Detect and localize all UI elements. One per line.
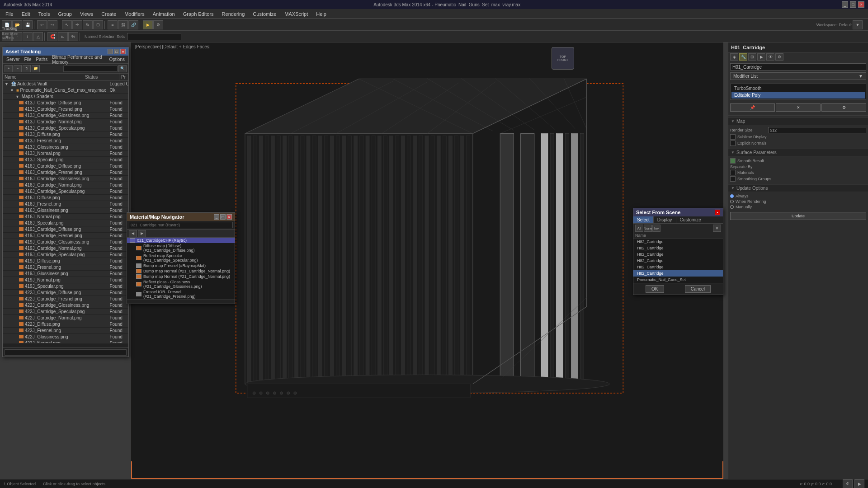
material-maximize-btn[interactable]: □: [220, 214, 226, 220]
named-selection-input[interactable]: [127, 33, 181, 40]
menu-rendering[interactable]: Rendering: [218, 10, 249, 18]
list-item[interactable]: Diffuse map (Diffuse) (#21_Cartridge_Dif…: [127, 243, 235, 253]
select-btn[interactable]: ↖: [62, 20, 72, 29]
motion-icon[interactable]: ▶: [757, 53, 765, 61]
sfs-invert-btn[interactable]: Inv: [652, 225, 660, 232]
list-item[interactable]: 416J_Cartridge_Specular.pngFound: [3, 188, 128, 195]
asset-remove-btn[interactable]: −: [14, 65, 22, 72]
play-btn[interactable]: ▶: [854, 479, 864, 488]
scale-btn[interactable]: ⊡: [93, 20, 103, 29]
list-item[interactable]: 422J_Fresnel.pngFound: [3, 328, 128, 334]
list-item[interactable]: 416J_Fresnel.pngFound: [3, 201, 128, 207]
material-list[interactable]: 021_CartridgeCHF (Raytrc) Diffuse map (D…: [127, 238, 235, 299]
update-button[interactable]: Update: [730, 212, 866, 220]
sublime-display-check[interactable]: [730, 134, 736, 140]
list-item[interactable]: 419J_Cartridge_Fresnel.pngFound: [3, 233, 128, 239]
rotate-btn[interactable]: ↻: [83, 20, 93, 29]
material-minimize-btn[interactable]: _: [214, 214, 219, 220]
map-section-header[interactable]: ▼ Map: [728, 117, 868, 125]
list-item[interactable]: 413J_Cartridge_Diffuse.pngFound: [3, 100, 128, 106]
list-item[interactable]: 413J_Diffuse.pngFound: [3, 131, 128, 138]
material-scrollbar[interactable]: [127, 299, 235, 304]
asset-search-btn[interactable]: 🔍: [118, 65, 127, 72]
save-btn[interactable]: 💾: [23, 20, 33, 29]
list-item[interactable]: H82_Cartridge: [633, 264, 723, 270]
asset-add-btn[interactable]: +: [5, 65, 13, 72]
render-btn[interactable]: ▶: [143, 20, 153, 29]
menu-bitmap-perf[interactable]: Bitmap Performance and Memory: [50, 55, 106, 65]
asset-folder-btn[interactable]: 📁: [32, 65, 40, 72]
redo-btn[interactable]: ↪: [47, 20, 57, 29]
list-item[interactable]: 419J_Glossiness.pngFound: [3, 271, 128, 277]
list-item[interactable]: 422J_Cartridge_Fresnel.pngFound: [3, 296, 128, 302]
tab-select[interactable]: Select: [633, 216, 654, 223]
list-item[interactable]: 413J_Cartridge_Specular.pngFound: [3, 125, 128, 131]
sfs-close-btn[interactable]: ×: [715, 210, 720, 215]
update-options-header[interactable]: ▼ Update Options: [728, 184, 868, 192]
nav-cube[interactable]: TOPFRONT: [552, 47, 574, 70]
material-panel-title-bar[interactable]: Material/Map Navigator _ □ ×: [127, 213, 235, 221]
asset-footer-input[interactable]: [5, 349, 127, 356]
utilities-icon[interactable]: ⚙: [775, 53, 783, 61]
menu-server[interactable]: Server: [5, 57, 21, 62]
explicit-normals-check[interactable]: [730, 141, 736, 146]
sfs-all-btn[interactable]: All: [635, 225, 643, 232]
asset-refresh-btn[interactable]: ↻: [23, 65, 31, 72]
list-item[interactable]: H82_Cartridge: [633, 270, 723, 277]
render-size-input[interactable]: [768, 127, 866, 133]
list-item[interactable]: 416J_Cartridge_Normal.pngFound: [3, 182, 128, 188]
minimize-button[interactable]: _: [842, 1, 848, 8]
layer-btn[interactable]: ≡: [108, 20, 118, 29]
render-setup-btn[interactable]: ⚙: [153, 20, 163, 29]
list-item[interactable]: Reflect gloss - Glossiness (#21_Cartridg…: [127, 279, 235, 289]
menu-views[interactable]: Views: [76, 10, 97, 18]
when-rendering-radio[interactable]: [730, 200, 734, 203]
list-item[interactable]: 422J_Cartridge_Specular.pngFound: [3, 309, 128, 315]
pin-stack-btn[interactable]: 📌: [730, 103, 775, 112]
list-item[interactable]: 419J_Cartridge_Diffuse.pngFound: [3, 226, 128, 233]
list-item[interactable]: Pneumatic_Nail_Guns_Set: [633, 277, 723, 283]
list-item[interactable]: 422J_Glossiness.pngFound: [3, 334, 128, 340]
modifier-turbosmooth[interactable]: TurboSmooth: [731, 85, 865, 92]
list-item[interactable]: 419J_Normal.pngFound: [3, 277, 128, 283]
list-item[interactable]: H82_Cartridge: [633, 258, 723, 264]
list-item[interactable]: Bump map Normal (#21_Cartridge_Normal.pn…: [127, 274, 235, 279]
undo-btn[interactable]: ↩: [37, 20, 47, 29]
list-item[interactable]: 422J_Cartridge_Normal.pngFound: [3, 315, 128, 321]
menu-help[interactable]: Help: [312, 10, 330, 18]
mat-nav-btn-2[interactable]: ▶: [138, 230, 146, 237]
menu-graph-editors[interactable]: Graph Editors: [179, 10, 217, 18]
list-item[interactable]: 416J_Diffuse.pngFound: [3, 195, 128, 201]
list-item[interactable]: H82_Cartridge: [633, 239, 723, 245]
list-item[interactable]: 419J_Specular.pngFound: [3, 283, 128, 290]
asset-tracking-close[interactable]: ×: [120, 49, 126, 54]
asset-scroll-area[interactable]: ▼ 🏦 Autodesk Vault Logged Out (Asset T..…: [3, 81, 128, 343]
asset-tracking-minimize[interactable]: _: [108, 49, 113, 54]
list-item[interactable]: H82_Cartridge: [633, 251, 723, 258]
always-radio[interactable]: [730, 194, 734, 198]
asset-row-maps[interactable]: ▼ Maps / Shaders: [3, 94, 128, 100]
tab-display[interactable]: Display: [654, 216, 676, 223]
list-item[interactable]: 413J_Normal.pngFound: [3, 150, 128, 157]
modify-panel-icon[interactable]: 🔧: [739, 53, 747, 61]
list-item[interactable]: 419J_Cartridge_Normal.pngFound: [3, 245, 128, 252]
list-item[interactable]: 413J_Cartridge_Fresnel.pngFound: [3, 106, 128, 113]
face-btn[interactable]: △: [33, 32, 43, 41]
list-item[interactable]: 413J_Cartridge_Normal.pngFound: [3, 119, 128, 125]
menu-tools[interactable]: Tools: [35, 10, 54, 18]
material-search-input[interactable]: [129, 222, 233, 228]
config-modifier-sets-btn[interactable]: ⚙: [821, 103, 866, 112]
display-icon[interactable]: 👁: [766, 53, 774, 61]
close-button[interactable]: ×: [858, 1, 864, 8]
list-item[interactable]: 413J_Glossiness.pngFound: [3, 144, 128, 150]
horizontal-scrollbar[interactable]: [3, 343, 128, 347]
list-item[interactable]: 416J_Cartridge_Glossiness.pngFound: [3, 176, 128, 182]
modifier-list-dropdown[interactable]: Modifier List ▼: [730, 72, 866, 80]
smooth-result-check[interactable]: [730, 158, 736, 164]
asset-tracking-maximize[interactable]: □: [114, 49, 119, 54]
maximize-button[interactable]: □: [850, 1, 856, 8]
list-item[interactable]: 413J_Fresnel.pngFound: [3, 138, 128, 144]
menu-maxscript[interactable]: MAXScript: [281, 10, 311, 18]
list-item[interactable]: 416J_Normal.pngFound: [3, 214, 128, 220]
sfs-cancel-btn[interactable]: Cancel: [685, 285, 711, 293]
